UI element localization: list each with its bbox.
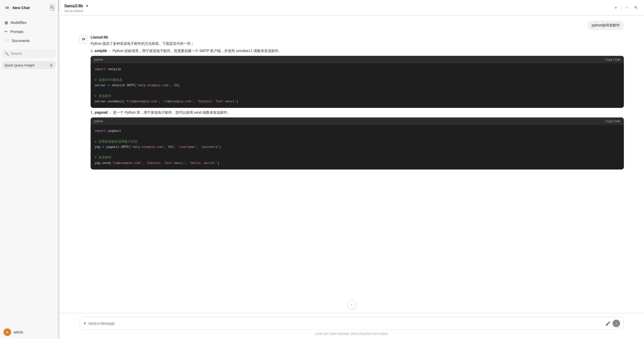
assistant-name: Llama3:8b	[91, 35, 624, 39]
sidebar-header-left: OI New Chat	[4, 4, 30, 11]
sidebar-item-prompts-label: Prompts	[10, 30, 23, 34]
more-button[interactable]: ···	[624, 5, 630, 11]
mic-button[interactable]: 🎤	[605, 321, 611, 326]
code-block-2: python Copy Code import yagmail # 设置邮箱服务…	[91, 117, 624, 170]
app-logo: OI	[4, 4, 11, 11]
new-chat-button[interactable]: ✎	[50, 5, 54, 11]
topbar-actions: + ··· ✎	[613, 4, 639, 11]
disclaimer-text: LLMs can make mistakes. Verify important…	[80, 332, 624, 335]
item-1-desc: ： Python 的标准库，用于发送电子邮件。您需要创建一个 SMTP 客户端，…	[108, 49, 282, 53]
search-icon: 🔍	[5, 52, 9, 56]
chat-item-actions: ··· 🗑	[46, 63, 53, 67]
item-2-number: 1.	[91, 110, 95, 114]
documents-icon: 📄	[5, 38, 9, 43]
edit-button[interactable]: ✎	[633, 4, 639, 11]
item-1-smtplib: 1. smtplib ： Python 的标准库，用于发送电子邮件。您需要创建一…	[91, 49, 624, 53]
chat-item-more-icon[interactable]: ···	[46, 63, 49, 67]
main-wrapper: llama3:8b ▾ Set as default + ··· ✎ pytho…	[59, 0, 644, 339]
assistant-avatar: OI	[80, 35, 88, 43]
search-container: 🔍 Search	[0, 48, 58, 59]
item-2-desc: ： 是一个 Python 库，用于发送电子邮件。您可以使用 send 函数来发送…	[109, 110, 231, 114]
model-name: llama3:8b ▾	[64, 3, 90, 9]
prompts-icon: ✏	[5, 29, 8, 34]
assistant-intro: Python 提供了多种发送电子邮件的方法和库。下面是其中的一些：	[91, 41, 624, 46]
code-block-1-header: python Copy Code	[91, 56, 624, 63]
chat-item-label: Quick Query Insight	[5, 63, 46, 67]
assistant-message-container: OI Llama3:8b Python 提供了多种发送电子邮件的方法和库。下面是…	[80, 35, 624, 172]
scroll-down-button[interactable]: ↓	[348, 300, 356, 309]
sidebar-item-documents[interactable]: 📄 Documents	[2, 36, 56, 45]
modelfiles-icon: ▦	[5, 20, 8, 25]
topbar-left: llama3:8b ▾ Set as default	[64, 3, 90, 13]
sidebar-item-modelfiles-label: Modelfiles	[11, 21, 26, 25]
chat-input-box: + 🎤 ↑	[80, 317, 624, 330]
sidebar-item-modelfiles[interactable]: ▦ Modelfiles	[2, 18, 56, 27]
chat-item[interactable]: Quick Query Insight ··· 🗑	[2, 61, 56, 69]
sidebar-footer: A admin	[0, 325, 58, 339]
code-block-2-lang: python	[94, 119, 103, 123]
attach-button[interactable]: +	[83, 321, 86, 326]
item-2-yagmail: 1. yagmail ： 是一个 Python 库，用于发送电子邮件。您可以使用…	[91, 110, 624, 115]
sidebar-item-documents-label: Documents	[12, 39, 30, 43]
item-2-keyword: yagmail	[95, 110, 108, 114]
user-message-container: python如何发邮件	[80, 21, 624, 30]
username-label: admin	[14, 330, 23, 334]
chat-item-delete-icon[interactable]: 🗑	[50, 63, 53, 67]
sidebar-item-prompts[interactable]: ✏ Prompts	[2, 27, 56, 36]
code-1-pre: import smtplib # 设置SMTP服务器 server = smtp…	[95, 67, 620, 104]
sidebar-title: New Chat	[13, 6, 30, 10]
sidebar-nav: ▦ Modelfiles ✏ Prompts 📄 Documents	[0, 15, 58, 48]
topbar-divider	[621, 5, 621, 10]
code-2-pre: import yagmail # 设置邮箱服务器和账户信息 yag = yagm…	[95, 129, 620, 166]
add-button[interactable]: +	[613, 5, 618, 11]
code-block-1-lang: python	[94, 58, 103, 61]
user-bubble: python如何发邮件	[588, 21, 624, 30]
search-label: Search	[11, 52, 22, 56]
avatar: A	[4, 328, 11, 336]
code-block-2-body: import yagmail # 设置邮箱服务器和账户信息 yag = yagm…	[91, 125, 624, 170]
resize-handle-inner	[58, 1, 59, 11]
chat-messages: python如何发邮件 OI Llama3:8b Python 提供了多种发送电…	[59, 16, 644, 313]
item-1-keyword: smtplib	[95, 49, 107, 53]
send-button[interactable]: ↑	[613, 320, 620, 327]
item-1-number: 1.	[91, 49, 95, 53]
message-input[interactable]	[88, 321, 603, 325]
copy-code-1-button[interactable]: Copy Code	[605, 58, 620, 61]
code-block-1-body: import smtplib # 设置SMTP服务器 server = smtp…	[91, 63, 624, 108]
main: llama3:8b ▾ Set as default + ··· ✎ pytho…	[59, 0, 644, 339]
copy-code-2-button[interactable]: Copy Code	[605, 119, 620, 123]
sidebar-header: OI New Chat ✎	[0, 0, 58, 15]
chat-list: Quick Query Insight ··· 🗑	[0, 59, 58, 325]
set-as-default-label[interactable]: Set as default	[64, 9, 90, 13]
search-box[interactable]: 🔍 Search	[2, 50, 56, 58]
topbar: llama3:8b ▾ Set as default + ··· ✎	[59, 0, 644, 16]
assistant-content: Llama3:8b Python 提供了多种发送电子邮件的方法和库。下面是其中的…	[91, 35, 624, 172]
code-block-2-header: python Copy Code	[91, 117, 624, 125]
model-name-text: llama3:8b	[64, 4, 83, 8]
chat-input-area: + 🎤 ↑ LLMs can make mistakes. Verify imp…	[59, 313, 644, 339]
code-block-1: python Copy Code import smtplib # 设置SMTP…	[91, 56, 624, 108]
model-dropdown-button[interactable]: ▾	[85, 3, 90, 9]
sidebar: OI New Chat ✎ ▦ Modelfiles ✏ Prompts 📄 D…	[0, 0, 58, 339]
